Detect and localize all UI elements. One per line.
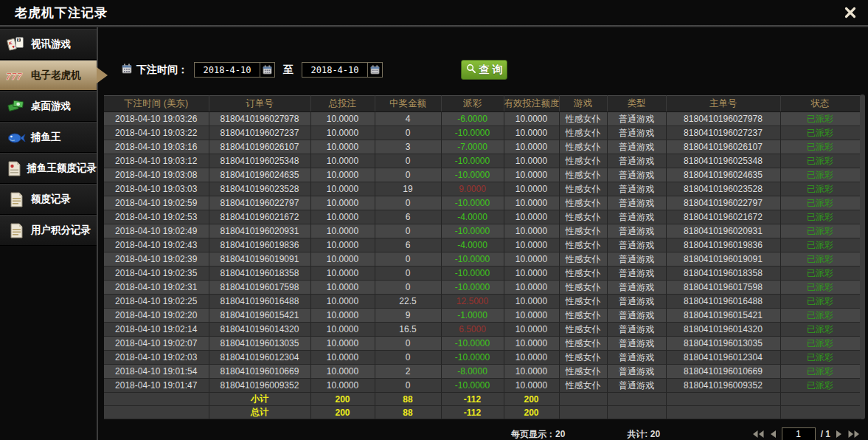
cell-status: 已派彩 xyxy=(780,252,860,267)
cards-icon: K♥9 xyxy=(5,36,27,52)
cell-game: 性感女仆 xyxy=(559,112,607,126)
cell-type: 普通游戏 xyxy=(607,309,666,323)
cell-type: 普通游戏 xyxy=(607,112,666,126)
cell-payout: 12.5000 xyxy=(441,295,504,309)
cell-time: 2018-04-10 19:02:03 xyxy=(104,351,209,365)
cell-bet: 10.0000 xyxy=(310,112,375,126)
sidebar-item-desktop-games[interactable]: 桌面游戏 xyxy=(0,91,97,122)
cell-bet: 10.0000 xyxy=(310,323,375,337)
cell-win: 0 xyxy=(375,168,441,182)
cell-time: 2018-04-10 19:02:59 xyxy=(104,196,209,210)
sidebar-item-label: 用户积分记录 xyxy=(31,224,91,237)
table-row: 2018-04-10 19:01:47818041019600935210.00… xyxy=(104,379,860,393)
cell-master: 8180410196026107 xyxy=(666,140,780,154)
sidebar-item-fishing-king-credit[interactable]: 捕鱼王额度记录 xyxy=(0,153,97,184)
cell-win: 0 xyxy=(375,252,441,267)
cell-order: 8180410196027237 xyxy=(209,126,310,140)
cell-game: 性感女仆 xyxy=(559,224,607,238)
cell-win: 0 xyxy=(375,351,441,365)
cell-bet: 10.0000 xyxy=(310,182,375,196)
summary-cell xyxy=(104,393,209,406)
sidebar-item-label: 桌面游戏 xyxy=(31,100,71,113)
cell-master: 8180410196019091 xyxy=(666,252,780,267)
cell-time: 2018-04-10 19:03:22 xyxy=(104,126,209,140)
first-page-icon[interactable] xyxy=(752,430,765,439)
query-button[interactable]: 查 询 xyxy=(461,60,507,80)
cell-status: 已派彩 xyxy=(780,182,860,196)
doc-icon xyxy=(5,192,27,207)
cell-type: 普通游戏 xyxy=(607,323,666,337)
cell-order: 8180410196015421 xyxy=(209,309,310,323)
cell-master: 8180410196021672 xyxy=(666,210,780,224)
table-row: 2018-04-10 19:02:53818041019602167210.00… xyxy=(104,210,860,224)
cell-win: 0 xyxy=(375,337,441,351)
cell-master: 8180410196027237 xyxy=(666,126,780,140)
cell-master: 8180410196010669 xyxy=(666,365,780,379)
next-page-icon[interactable] xyxy=(836,430,842,439)
cell-game: 性感女仆 xyxy=(559,323,607,337)
pager: / 1 xyxy=(752,427,860,440)
table-row: 2018-04-10 19:02:03818041019601230410.00… xyxy=(104,351,860,365)
summary-cell xyxy=(607,393,666,406)
cell-win: 6 xyxy=(375,238,441,252)
cell-order: 8180410196009352 xyxy=(209,379,310,393)
summary-cell xyxy=(780,406,860,419)
cell-time: 2018-04-10 19:01:47 xyxy=(104,379,209,393)
cell-type: 普通游戏 xyxy=(607,281,666,295)
page-number-input[interactable] xyxy=(782,427,816,440)
date-to-input[interactable] xyxy=(302,63,367,77)
date-to-field[interactable] xyxy=(302,62,383,78)
cell-win: 0 xyxy=(375,126,441,140)
sidebar-item-fishing-king[interactable]: 捕鱼王 xyxy=(0,122,97,153)
cell-game: 性感女仆 xyxy=(559,295,607,309)
cell-order: 8180410196023528 xyxy=(209,182,310,196)
cell-payout: -10.0000 xyxy=(441,351,504,365)
calendar-icon[interactable] xyxy=(367,63,382,77)
cell-game: 性感女仆 xyxy=(559,351,607,365)
cell-master: 8180410196024635 xyxy=(666,168,780,182)
scrollbar[interactable] xyxy=(860,94,865,419)
cell-master: 8180410196025348 xyxy=(666,154,780,168)
cell-master: 8180410196013035 xyxy=(666,337,780,351)
summary-cell xyxy=(666,393,780,406)
cell-master: 8180410196016488 xyxy=(666,295,780,309)
cell-game: 性感女仆 xyxy=(559,126,607,140)
calendar-icon[interactable] xyxy=(260,63,274,77)
cell-order: 8180410196018358 xyxy=(209,267,310,281)
cell-valid: 10.0000 xyxy=(504,337,559,351)
column-header: 订单号 xyxy=(209,96,310,112)
cell-status: 已派彩 xyxy=(780,224,860,238)
cell-status: 已派彩 xyxy=(780,112,860,126)
cell-status: 已派彩 xyxy=(780,379,860,393)
cell-valid: 10.0000 xyxy=(504,365,559,379)
last-page-icon[interactable] xyxy=(847,430,860,439)
cell-valid: 10.0000 xyxy=(504,196,559,210)
cell-order: 8180410196017598 xyxy=(209,281,310,295)
close-icon[interactable] xyxy=(844,7,856,18)
cell-status: 已派彩 xyxy=(780,196,860,210)
cell-bet: 10.0000 xyxy=(310,267,375,281)
sidebar: K♥9视讯游戏777电子老虎机桌面游戏捕鱼王捕鱼王额度记录额度记录用户积分记录 xyxy=(0,27,98,440)
sidebar-item-user-points-records[interactable]: 用户积分记录 xyxy=(0,215,97,246)
cell-game: 性感女仆 xyxy=(559,196,607,210)
date-from-field[interactable] xyxy=(194,62,275,78)
table-row: 2018-04-10 19:03:16818041019602610710.00… xyxy=(104,140,860,154)
sidebar-item-credit-records[interactable]: 额度记录 xyxy=(0,184,97,215)
cell-status: 已派彩 xyxy=(780,365,860,379)
cell-payout: -10.0000 xyxy=(441,154,504,168)
sidebar-item-video-games[interactable]: K♥9视讯游戏 xyxy=(0,29,97,60)
cell-time: 2018-04-10 19:02:07 xyxy=(104,337,209,351)
date-from-input[interactable] xyxy=(195,63,260,77)
cell-status: 已派彩 xyxy=(780,323,860,337)
cell-status: 已派彩 xyxy=(780,154,860,168)
cell-win: 0 xyxy=(375,196,441,210)
cell-valid: 10.0000 xyxy=(504,168,559,182)
prev-page-icon[interactable] xyxy=(770,430,777,439)
cell-win: 9 xyxy=(375,309,441,323)
cell-payout: -10.0000 xyxy=(441,252,504,267)
cell-type: 普通游戏 xyxy=(607,210,666,224)
sidebar-item-slot-machines[interactable]: 777电子老虎机 xyxy=(0,60,97,91)
cell-type: 普通游戏 xyxy=(607,337,666,351)
fish-icon xyxy=(5,131,27,145)
cell-time: 2018-04-10 19:03:03 xyxy=(104,182,209,196)
